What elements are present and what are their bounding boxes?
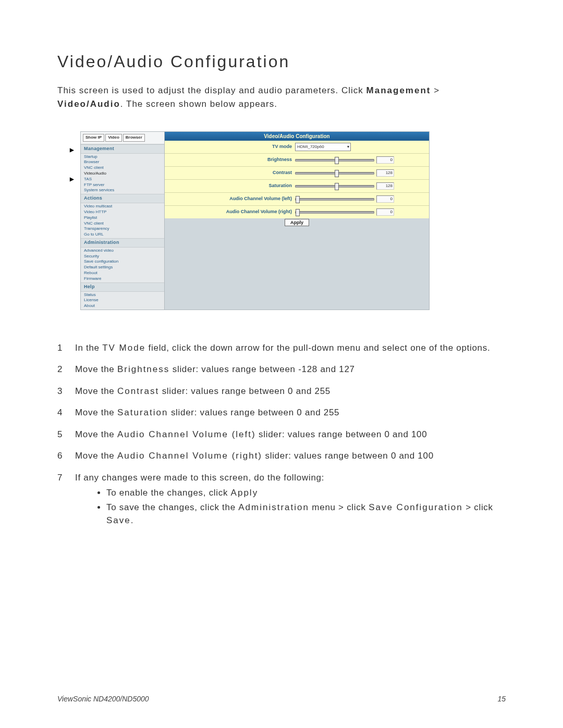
- tab-browser[interactable]: Browser: [123, 134, 145, 142]
- sidebar-item[interactable]: Default settings: [81, 265, 164, 270]
- volume-right-slider[interactable]: [295, 211, 374, 214]
- step-text: Move the Saturation slider: values range…: [75, 406, 506, 419]
- step-number: 7: [57, 471, 75, 528]
- step-number: 2: [57, 363, 75, 376]
- sidebar-item[interactable]: VNC client: [81, 221, 164, 227]
- intro-text: >: [431, 85, 439, 95]
- sidebar-item[interactable]: FTP server: [81, 182, 164, 188]
- sidebar-item[interactable]: System services: [81, 188, 164, 193]
- sidebar-item[interactable]: License: [81, 298, 164, 303]
- sidebar-item[interactable]: Status: [81, 292, 164, 298]
- sidebar-item[interactable]: Security: [81, 254, 164, 260]
- sidebar-header: Actions: [81, 194, 164, 203]
- label-saturation: Saturation: [167, 183, 295, 189]
- sidebar-item[interactable]: About: [81, 303, 164, 309]
- sidebar-item[interactable]: Reboot: [81, 270, 164, 276]
- label-volume-left: Audio Channel Volume (left): [167, 196, 295, 202]
- step-text: Move the Contrast slider: values range b…: [75, 385, 506, 398]
- step-number: 1: [57, 341, 75, 355]
- step-text: If any changes were made to this screen,…: [75, 471, 506, 528]
- step-bullets: To enable the changes, click ApplyTo sav…: [75, 486, 506, 527]
- bullet: To enable the changes, click Apply: [106, 486, 506, 500]
- volume-right-value[interactable]: 0: [376, 208, 394, 216]
- intro-text: . The screen shown below appears.: [120, 99, 277, 109]
- sidebar-header: Administration: [81, 238, 164, 248]
- step: 2Move the Brightness slider: values rang…: [57, 363, 506, 376]
- row-saturation: Saturation 128: [165, 180, 429, 193]
- label-volume-right: Audio Channel Volume (right): [167, 209, 295, 215]
- sidebar-header: Help: [81, 282, 164, 292]
- sidebar-item[interactable]: Video HTTP: [81, 209, 164, 215]
- tv-mode-select[interactable]: HDMI_720p60: [295, 143, 351, 151]
- sidebar-item[interactable]: VNC client: [81, 165, 164, 171]
- step-text: Move the Audio Channel Volume (left) sli…: [75, 428, 506, 441]
- apply-row: Apply: [165, 218, 429, 228]
- app-screenshot: Show IP Video Browser ManagementStartupB…: [80, 131, 430, 310]
- panel-title: Video/Audio Configuration: [165, 132, 429, 141]
- step-number: 3: [57, 385, 75, 398]
- tab-video[interactable]: Video: [105, 134, 122, 142]
- arrow-right-icon: ▶: [70, 176, 74, 182]
- saturation-value[interactable]: 128: [376, 182, 394, 190]
- apply-button[interactable]: Apply: [285, 219, 309, 226]
- instruction-steps: 1In the TV Mode field, click the down ar…: [57, 341, 506, 528]
- step-text: Move the Brightness slider: values range…: [75, 363, 506, 376]
- row-volume-left: Audio Channel Volume (left) 0: [165, 193, 429, 206]
- sidebar-item[interactable]: Startup: [81, 154, 164, 160]
- sidebar-item[interactable]: Video/Audio: [81, 171, 164, 177]
- row-tv-mode: TV mode HDMI_720p60: [165, 141, 429, 154]
- volume-left-value[interactable]: 0: [376, 195, 394, 203]
- brightness-value[interactable]: 0: [376, 156, 394, 164]
- sidebar-item[interactable]: Playlist: [81, 215, 164, 221]
- tv-mode-value: HDMI_720p60: [297, 145, 324, 150]
- step: 7If any changes were made to this screen…: [57, 471, 506, 528]
- saturation-slider[interactable]: [295, 185, 374, 188]
- bullet: To save the changes, click the Administr…: [106, 501, 506, 527]
- brightness-slider[interactable]: [295, 159, 374, 162]
- step: 3Move the Contrast slider: values range …: [57, 385, 506, 398]
- step-number: 5: [57, 428, 75, 441]
- step-text: Move the Audio Channel Volume (right) sl…: [75, 449, 506, 463]
- row-contrast: Contrast 128: [165, 167, 429, 180]
- sidebar-item[interactable]: Go to URL: [81, 232, 164, 238]
- volume-left-slider[interactable]: [295, 198, 374, 201]
- intro-text: This screen is used to adjust the displa…: [57, 85, 366, 95]
- row-volume-right: Audio Channel Volume (right) 0: [165, 206, 429, 218]
- config-panel: Video/Audio Configuration TV mode HDMI_7…: [165, 132, 430, 310]
- label-tv-mode: TV mode: [167, 144, 295, 150]
- intro-bold-management: Management: [366, 85, 431, 95]
- contrast-value[interactable]: 128: [376, 169, 394, 177]
- sidebar-header: Management: [81, 144, 164, 154]
- sidebar-item[interactable]: TAS: [81, 177, 164, 182]
- step-number: 6: [57, 449, 75, 463]
- document-page: Video/Audio Configuration This screen is…: [0, 0, 563, 728]
- label-brightness: Brightness: [167, 157, 295, 163]
- sidebar-item[interactable]: Transparency: [81, 226, 164, 232]
- arrow-right-icon: ▶: [70, 147, 74, 153]
- page-title: Video/Audio Configuration: [57, 52, 506, 71]
- step: 5Move the Audio Channel Volume (left) sl…: [57, 428, 506, 441]
- footer-model: ViewSonic ND4200/ND5000: [57, 695, 149, 703]
- label-contrast: Contrast: [167, 170, 295, 176]
- sidebar: Show IP Video Browser ManagementStartupB…: [80, 132, 165, 310]
- contrast-slider[interactable]: [295, 172, 374, 175]
- sidebar-item[interactable]: Advanced video: [81, 248, 164, 254]
- row-brightness: Brightness 0: [165, 154, 429, 167]
- tab-show-ip[interactable]: Show IP: [83, 134, 104, 142]
- intro-bold-videoaudio: Video/Audio: [57, 99, 120, 109]
- step-number: 4: [57, 406, 75, 419]
- sidebar-tabs: Show IP Video Browser: [81, 132, 164, 144]
- step: 1In the TV Mode field, click the down ar…: [57, 341, 506, 355]
- screenshot-figure: ▶ ▶ Show IP Video Browser ManagementStar…: [73, 131, 506, 310]
- step-text: In the TV Mode field, click the down arr…: [75, 341, 506, 355]
- intro-paragraph: This screen is used to adjust the displa…: [57, 84, 506, 110]
- step: 4Move the Saturation slider: values rang…: [57, 406, 506, 419]
- sidebar-item[interactable]: Browser: [81, 159, 164, 165]
- page-footer: ViewSonic ND4200/ND5000 15: [57, 695, 506, 703]
- step: 6Move the Audio Channel Volume (right) s…: [57, 449, 506, 463]
- sidebar-item[interactable]: Firmware: [81, 276, 164, 282]
- sidebar-item[interactable]: Video multicast: [81, 204, 164, 209]
- footer-page-number: 15: [497, 695, 506, 703]
- sidebar-item[interactable]: Save configuration: [81, 259, 164, 265]
